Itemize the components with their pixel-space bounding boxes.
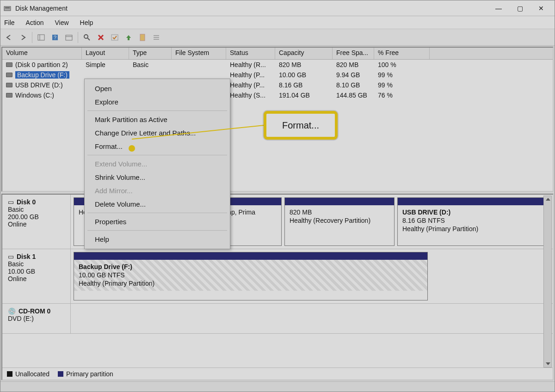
disk-row: 💿CD-ROM 0DVD (E:) <box>2 304 553 334</box>
table-row[interactable]: (Disk 0 partition 2)SimpleBasicHealthy (… <box>2 60 553 70</box>
legend-primary-label: Primary partition <box>66 370 113 378</box>
ctx-properties[interactable]: Properties <box>85 215 230 228</box>
forward-button[interactable] <box>17 31 29 43</box>
svg-rect-0 <box>4 6 11 11</box>
ctx-help[interactable]: Help <box>85 233 230 246</box>
menu-help[interactable]: Help <box>80 19 93 26</box>
ctx-extend: Extend Volume... <box>85 157 230 171</box>
partition[interactable]: Backup Drive (F:)10.00 GB NTFSHealthy (P… <box>74 252 428 300</box>
window-title: Disk Management <box>15 5 68 12</box>
col-capacity[interactable]: Capacity <box>275 48 333 59</box>
col-filesystem[interactable]: File System <box>172 48 226 59</box>
toolbar: ? <box>0 29 555 46</box>
tool-check-icon[interactable] <box>109 31 121 43</box>
menu-file[interactable]: File <box>4 19 15 26</box>
ctx-add-mirror: Add Mirror... <box>85 184 230 197</box>
tool-search-icon[interactable] <box>81 31 93 43</box>
content-area: Volume Layout Type File System Status Ca… <box>0 46 555 381</box>
tool-list-icon[interactable] <box>150 31 162 43</box>
menu-view[interactable]: View <box>55 19 68 26</box>
disk-label: ▭Disk 0Basic200.00 GBOnline <box>2 195 71 249</box>
maximize-button[interactable]: ▢ <box>509 1 530 16</box>
svg-rect-10 <box>111 35 118 40</box>
legend-unallocated-label: Unallocated <box>15 370 49 378</box>
ctx-explore[interactable]: Explore <box>85 95 230 109</box>
tool-up-icon[interactable] <box>123 31 135 43</box>
disk-label: 💿CD-ROM 0DVD (E:) <box>2 304 71 333</box>
scrollbar-vertical[interactable] <box>543 196 552 368</box>
svg-point-8 <box>84 35 88 38</box>
back-button[interactable] <box>3 31 15 43</box>
ctx-format[interactable]: Format... <box>85 140 230 153</box>
drive-icon <box>6 83 12 87</box>
app-window: Disk Management ― ▢ ✕ File Action View H… <box>0 0 555 392</box>
tool-properties-icon[interactable] <box>136 31 148 43</box>
ctx-open[interactable]: Open <box>85 82 230 95</box>
partition[interactable]: USB DRIVE (D:)8.16 GB NTFSHealthy (Prima… <box>397 197 550 246</box>
close-button[interactable]: ✕ <box>530 1 552 16</box>
legend-unallocated-swatch <box>7 371 12 377</box>
callout-dot <box>129 145 135 152</box>
drive-icon <box>6 73 12 77</box>
disk-row: ▭Disk 1Basic10.00 GBOnlineBackup Drive (… <box>2 249 553 304</box>
menu-action[interactable]: Action <box>26 19 44 26</box>
ctx-mark-active[interactable]: Mark Partition as Active <box>85 113 230 126</box>
col-freespace[interactable]: Free Spa... <box>333 48 374 59</box>
col-pctfree[interactable]: % Free <box>374 48 430 59</box>
disk-label: ▭Disk 1Basic10.00 GBOnline <box>2 249 71 303</box>
tool-help-icon[interactable]: ? <box>49 31 61 43</box>
callout-label: Format... <box>282 120 319 131</box>
drive-icon <box>6 62 12 67</box>
col-type[interactable]: Type <box>129 48 172 59</box>
drive-icon <box>6 93 12 98</box>
svg-text:?: ? <box>54 35 56 40</box>
ctx-delete[interactable]: Delete Volume... <box>85 197 230 211</box>
svg-rect-11 <box>140 34 145 41</box>
tool-calendar-icon[interactable] <box>63 31 75 43</box>
disk-mgmt-icon <box>3 4 12 12</box>
titlebar: Disk Management ― ▢ ✕ <box>0 0 555 16</box>
legend-primary-swatch <box>58 371 63 377</box>
svg-rect-6 <box>66 35 72 40</box>
legend: Unallocated Primary partition <box>2 368 553 380</box>
statusbar <box>0 381 555 392</box>
tool-delete-icon[interactable] <box>95 31 107 43</box>
callout-format: Format... <box>264 111 338 140</box>
col-layout[interactable]: Layout <box>82 48 129 59</box>
partition[interactable]: 820 MBHealthy (Recovery Partition) <box>284 197 395 246</box>
tool-view-pane-icon[interactable] <box>35 31 47 43</box>
ctx-change-letter[interactable]: Change Drive Letter and Paths... <box>85 126 230 140</box>
svg-rect-2 <box>38 35 44 40</box>
volume-list-header: Volume Layout Type File System Status Ca… <box>2 48 553 60</box>
minimize-button[interactable]: ― <box>488 1 509 16</box>
context-menu: Open Explore Mark Partition as Active Ch… <box>84 79 230 249</box>
col-volume[interactable]: Volume <box>2 48 82 59</box>
svg-rect-1 <box>5 7 10 8</box>
svg-line-9 <box>87 38 90 40</box>
col-status[interactable]: Status <box>226 48 275 59</box>
ctx-shrink[interactable]: Shrink Volume... <box>85 171 230 184</box>
menubar: File Action View Help <box>0 16 555 29</box>
